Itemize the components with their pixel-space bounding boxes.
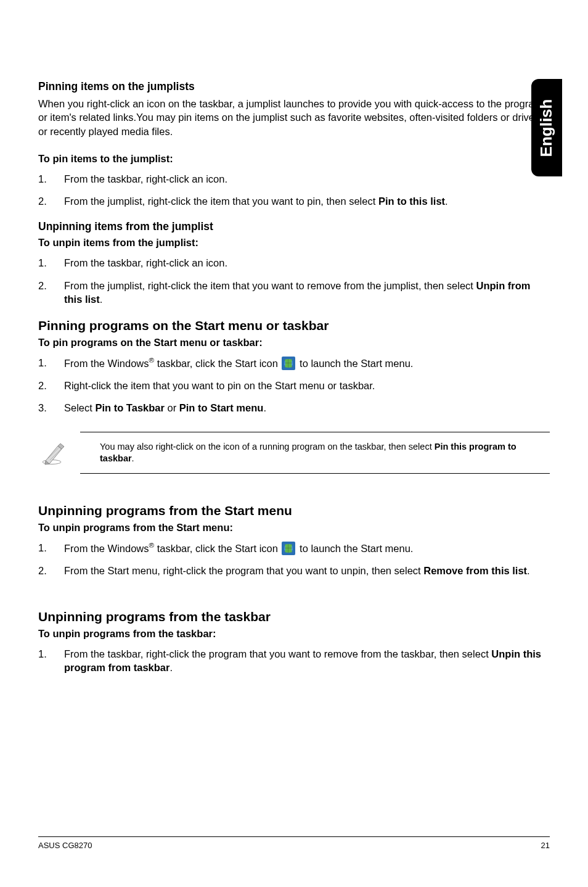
footer-page-number: 21 (541, 841, 550, 850)
language-tab-label: English (537, 99, 557, 157)
heading-pinning-programs: Pinning programs on the Start menu or ta… (38, 318, 550, 333)
list-item: 1.From the Windows® taskbar, click the S… (38, 356, 550, 370)
lead-unpin-jumplist: To unpin items from the jumplist: (38, 237, 550, 249)
list-item: 1.From the taskbar, right-click an icon. (38, 172, 550, 186)
svg-rect-10 (284, 548, 293, 548)
heading-unpinning-start: Unpinning programs from the Start menu (38, 503, 550, 518)
lead-unpin-start: To unpin programs from the Start menu: (38, 522, 550, 534)
svg-rect-3 (284, 363, 293, 363)
list-pin-jumplist: 1.From the taskbar, right-click an icon.… (38, 172, 550, 208)
windows-start-icon (282, 542, 295, 555)
list-unpin-jumplist: 1.From the taskbar, right-click an icon.… (38, 256, 550, 306)
list-item: 2.From the jumplist, right-click the ite… (38, 194, 550, 208)
lead-unpin-taskbar: To unpin programs from the taskbar: (38, 628, 550, 640)
list-item: 2.Right-click the item that you want to … (38, 379, 550, 392)
list-item: 2.From the jumplist, right-click the ite… (38, 279, 550, 307)
note-text: You may also right-click on the icon of … (80, 432, 550, 474)
note-callout: You may also right-click on the icon of … (38, 432, 550, 474)
list-item: 1.From the taskbar, right-click the prog… (38, 647, 550, 675)
pencil-icon (38, 440, 80, 466)
intro-pinning-jumplists: When you right-click an icon on the task… (38, 97, 550, 138)
list-item: 1.From the Windows® taskbar, click the S… (38, 541, 550, 555)
list-pin-programs: 1.From the Windows® taskbar, click the S… (38, 356, 550, 415)
list-unpin-start: 1.From the Windows® taskbar, click the S… (38, 541, 550, 577)
page-content: Pinning items on the jumplists When you … (0, 0, 588, 675)
language-tab: English (531, 79, 562, 176)
list-unpin-taskbar: 1.From the taskbar, right-click the prog… (38, 647, 550, 675)
windows-start-icon (282, 357, 295, 370)
footer-model: ASUS CG8270 (38, 841, 92, 850)
heading-pinning-jumplists: Pinning items on the jumplists (38, 80, 550, 93)
list-item: 1.From the taskbar, right-click an icon. (38, 256, 550, 270)
list-item: 2.From the Start menu, right-click the p… (38, 564, 550, 577)
lead-pin-programs: To pin programs on the Start menu or tas… (38, 337, 550, 349)
heading-unpinning-taskbar: Unpinning programs from the taskbar (38, 609, 550, 624)
lead-pin-jumplist: To pin items to the jumplist: (38, 153, 550, 165)
list-item: 3.Select Pin to Taskbar or Pin to Start … (38, 401, 550, 415)
heading-unpinning-jumplist: Unpinning items from the jumplist (38, 220, 550, 233)
page-footer: ASUS CG8270 21 (38, 836, 550, 850)
